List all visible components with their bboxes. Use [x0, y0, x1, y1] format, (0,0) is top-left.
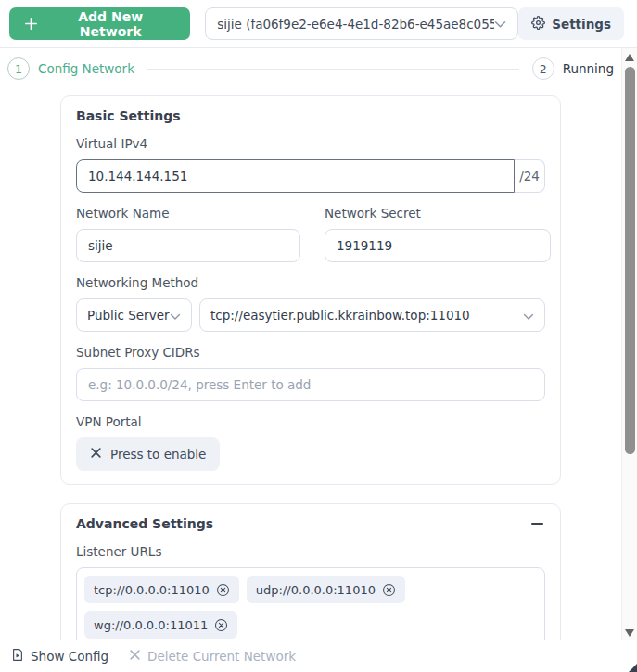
- public-server-select[interactable]: tcp://easytier.public.kkrainbow.top:1101…: [199, 298, 545, 332]
- show-config-button[interactable]: Show Config: [11, 648, 108, 665]
- vpn-portal-label: VPN Portal: [76, 414, 545, 429]
- scrollbar-thumb[interactable]: [625, 67, 635, 454]
- public-server-value: tcp://easytier.public.kkrainbow.top:1101…: [210, 308, 523, 323]
- bottom-action-bar: Show Config Delete Current Network: [0, 640, 637, 672]
- virtual-ipv4-input[interactable]: [76, 159, 515, 193]
- network-secret-label: Network Secret: [325, 206, 551, 221]
- virtual-ipv4-suffix: /24: [515, 159, 545, 193]
- chevron-down-icon: [523, 307, 534, 324]
- network-name-input[interactable]: [76, 229, 300, 262]
- subnet-proxy-input[interactable]: [76, 368, 545, 401]
- chevron-down-icon: [170, 307, 181, 324]
- advanced-settings-card: Advanced Settings Listener URLs tcp://0.…: [60, 503, 561, 640]
- listener-chip: udp://0.0.0.0:11010: [247, 576, 405, 603]
- basic-settings-card: Basic Settings Virtual IPv4 /24 Network …: [60, 95, 561, 485]
- add-new-network-button[interactable]: Add New Network: [9, 7, 190, 40]
- show-config-label: Show Config: [31, 649, 108, 664]
- main-scroll-area: 1 Config Network 2 Running Basic Setting…: [0, 48, 637, 640]
- add-new-network-label: Add New Network: [45, 9, 175, 39]
- listener-chip-text: wg://0.0.0.0:11011: [94, 618, 208, 632]
- step2-label: Running: [563, 61, 614, 76]
- listener-urls-label: Listener URLs: [76, 544, 545, 559]
- vpn-portal-enable-button[interactable]: Press to enable: [76, 437, 220, 471]
- x-icon: [129, 649, 141, 664]
- top-toolbar: Add New Network sijie (fa06f9e2-e6e4-4e1…: [0, 0, 637, 48]
- network-select-value: sijie (fa06f9e2-e6e4-4e1d-82b6-e45ae8c05…: [217, 17, 494, 32]
- remove-chip-icon[interactable]: [216, 583, 230, 597]
- stepper: 1 Config Network 2 Running: [7, 57, 614, 81]
- remove-chip-icon[interactable]: [382, 583, 396, 597]
- scroll-up-arrow-icon[interactable]: [625, 54, 634, 61]
- listener-chip: tcp://0.0.0.0:11010: [84, 576, 239, 603]
- plus-icon: [24, 17, 38, 31]
- networking-method-value: Public Server: [87, 308, 170, 323]
- advanced-settings-title: Advanced Settings: [76, 516, 213, 531]
- settings-label: Settings: [552, 17, 611, 32]
- file-play-icon: [11, 648, 24, 665]
- step-running[interactable]: 2 Running: [532, 57, 614, 80]
- chevron-down-icon: [494, 15, 506, 32]
- easytier-config-window: Add New Network sijie (fa06f9e2-e6e4-4e1…: [0, 0, 637, 672]
- step-config-network[interactable]: 1 Config Network: [7, 57, 134, 80]
- step1-label: Config Network: [38, 61, 134, 76]
- listener-urls-input-box[interactable]: tcp://0.0.0.0:11010 udp://0.0.0.0:11010: [76, 567, 545, 640]
- minus-icon: [531, 523, 543, 525]
- networking-method-label: Networking Method: [76, 275, 545, 290]
- listener-chip-text: tcp://0.0.0.0:11010: [94, 583, 210, 597]
- delete-current-network-button[interactable]: Delete Current Network: [129, 649, 296, 664]
- vpn-portal-button-label: Press to enable: [110, 447, 206, 462]
- delete-network-label: Delete Current Network: [147, 649, 296, 664]
- network-secret-input[interactable]: [325, 229, 551, 262]
- vertical-scrollbar[interactable]: [621, 48, 637, 640]
- x-icon: [90, 447, 102, 462]
- subnet-proxy-label: Subnet Proxy CIDRs: [76, 345, 545, 360]
- listener-chip: wg://0.0.0.0:11011: [84, 611, 237, 639]
- listener-chip-text: udp://0.0.0.0:11010: [256, 583, 376, 597]
- settings-button[interactable]: Settings: [518, 7, 624, 40]
- stepper-divider-line: [147, 69, 519, 70]
- virtual-ipv4-label: Virtual IPv4: [76, 136, 545, 151]
- window-resize-grip[interactable]: [629, 664, 637, 672]
- network-select[interactable]: sijie (fa06f9e2-e6e4-4e1d-82b6-e45ae8c05…: [205, 7, 518, 40]
- step2-circle: 2: [532, 57, 554, 80]
- collapse-button[interactable]: [529, 521, 545, 526]
- step1-circle: 1: [7, 57, 30, 80]
- gear-icon: [531, 16, 545, 32]
- network-name-label: Network Name: [76, 206, 300, 221]
- scroll-down-arrow-icon[interactable]: [625, 629, 634, 637]
- virtual-ipv4-group: /24: [76, 159, 545, 193]
- networking-method-select[interactable]: Public Server: [76, 298, 192, 332]
- basic-settings-title: Basic Settings: [76, 108, 181, 123]
- remove-chip-icon[interactable]: [214, 618, 228, 632]
